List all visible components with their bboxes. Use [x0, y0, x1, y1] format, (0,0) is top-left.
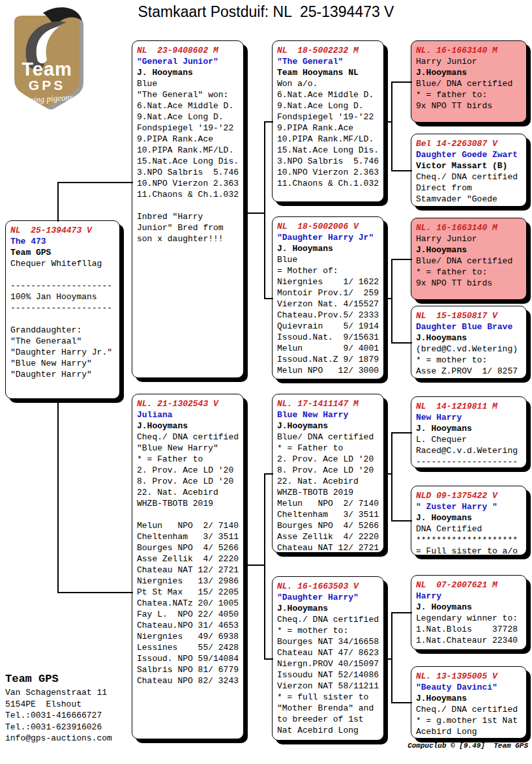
pedigree-text-line: J. Hooymans: [416, 602, 522, 613]
pedigree-text-line: New Harry: [416, 412, 522, 423]
pedigree-text-line: "Mother Brenda" and: [277, 703, 379, 714]
pedigree-text-line: 11.Chaons & Ch.1.032: [137, 189, 239, 200]
pedigree-text-line: --------------------: [10, 302, 115, 314]
pedigree-text-line: Won a/o.: [277, 78, 379, 89]
pedigree-box-ggp-7: NL 07-2007621 MHarryJ. HooymansLegendary…: [411, 575, 527, 650]
pedigree-text-line: Melun NPO 12/ 3000: [277, 365, 379, 376]
pedigree-text-line: Issoud.Nat. 9/15631: [277, 332, 379, 343]
pedigree-text-line: Legendary winner to:: [416, 613, 522, 624]
pedigree-text-line: * = Father to: [277, 443, 379, 454]
pedigree-text-line: 3.NPO Salbris 5.746: [277, 156, 379, 167]
page-title: Stamkaart Postduif: NL 25-1394473 V: [0, 3, 532, 21]
footer-contact-block: Team GPS Van Schagenstraat 115154PE Elsh…: [5, 671, 112, 744]
pedigree-text-line: 15.Nat.Ace Long Dis.: [277, 145, 379, 156]
pedigree-text-line: Nat Acebird Long: [277, 725, 379, 736]
pedigree-page: Team GPS Racing pigeons Stamkaart Postdu…: [0, 0, 532, 764]
ring-number: NL 18-5002232 M: [277, 45, 379, 56]
pedigree-text-line: Cheq./ DNA certified: [137, 432, 239, 443]
pedigree-box-ggp-4: NL 15-1850817 VDaughter Blue BraveJ.Hooy…: [411, 306, 527, 379]
pedigree-connector-line: [264, 121, 265, 299]
pedigree-text-line: Fondspiegel '19-'22: [137, 123, 239, 134]
pedigree-text-line: J.Hooymans: [416, 67, 522, 78]
pedigree-text-line: Cheq./ DNA certified: [416, 704, 522, 715]
pedigree-connector-line: [57, 182, 59, 222]
pedigree-text-line: "Blue New Harry": [137, 443, 239, 454]
pedigree-text-line: Issoud. NPO 59/14084: [137, 653, 239, 664]
pedigree-box-dam-sire: NL. 17-1411147 MBlue New HarryJ.Hooymans…: [272, 394, 384, 553]
pedigree-text-line: Victor Massart (B): [416, 160, 522, 171]
pedigree-connector-line: [391, 702, 412, 703]
pedigree-text-line: Chateau NAT 12/ 2721: [277, 542, 379, 553]
pedigree-text-line: 9.Nat.Ace Long D.: [137, 111, 239, 123]
pedigree-connector-line: [391, 259, 392, 344]
pedigree-connector-line: [57, 592, 133, 593]
pedigree-text-line: Vierzon NAT 58/11211: [277, 681, 379, 692]
pedigree-text-line: * = mother to:: [277, 625, 379, 636]
logo-wordmark-team: Team: [22, 59, 72, 80]
pedigree-text-line: " Zuster Harry ": [416, 501, 522, 512]
ring-number: NL. 16-1663140 M: [416, 222, 522, 233]
pedigree-connector-line: [391, 432, 392, 522]
pedigree-text-line: 2. Prov. Ace LD '20: [137, 465, 239, 476]
pedigree-text-line: Cheltenham 3/ 3511: [277, 509, 379, 520]
pedigree-text-line: "Blue New Harry": [10, 358, 115, 369]
pedigree-text-line: Chateau NPO 82/ 3243: [137, 675, 239, 686]
pedigree-text-line: 1.Nat.Blois 37728: [416, 624, 522, 635]
pedigree-text-line: Acebird Long: [416, 726, 522, 737]
pedigree-text-line: Cheq./ DNA certified: [277, 614, 379, 625]
pedigree-connector-line: [264, 473, 265, 660]
pedigree-text-line: "General Junior": [137, 56, 239, 67]
pedigree-text-line: 6.Nat.Ace Middle D.: [277, 89, 379, 100]
pedigree-text-line: * = g.mother 1st Nat: [416, 715, 522, 726]
pedigree-text-line: Blue/ DNA certified: [416, 256, 522, 267]
ring-number: NL 18-5002006 V: [277, 221, 379, 232]
pedigree-text-line: Stamvader "Goede: [416, 194, 522, 205]
pedigree-text-line: * = father to:: [416, 89, 522, 100]
pedigree-text-line: J.Hooymans: [416, 693, 522, 704]
pedigree-text-line: Issoudu NAT 52/14086: [277, 669, 379, 681]
blank-line: [10, 314, 115, 325]
pedigree-text-line: = Full sister to a/o: [416, 546, 522, 557]
footer-address-line: info@gps-auctions.com: [5, 733, 112, 744]
pedigree-text-line: Cheltenham 3/ 3511: [137, 531, 239, 542]
pedigree-box-sire-sire: NL 18-5002232 M"The General"Team Hooyman…: [272, 40, 384, 202]
blank-line: [137, 200, 239, 211]
pedigree-connector-line: [264, 473, 273, 475]
pedigree-text-line: Niergnies 1/ 1622: [277, 276, 379, 287]
pedigree-box-subject: NL 25-1394473 VThe 473Team GPSChequer Wh…: [5, 220, 120, 399]
pedigree-text-line: Montoir Prov.1/ 259: [277, 287, 379, 299]
pedigree-text-line: Salbris NPO 81/ 6779: [137, 664, 239, 675]
pedigree-box-ggp-2: Bel 14-2263087 VDaughter Goede ZwartVict…: [411, 134, 527, 207]
pedigree-text-line: Vierzon Nat. 4/15527: [277, 299, 379, 310]
pedigree-text-line: Niergnies 13/ 2986: [137, 576, 239, 587]
pedigree-text-line: Fondspiegel '19-'22: [277, 111, 379, 123]
pedigree-text-line: J.Hooymans: [277, 603, 379, 614]
pedigree-text-line: Cheq./ DNA certified: [416, 171, 522, 183]
pedigree-text-line: Harry Junior: [416, 56, 522, 67]
pedigree-text-line: "The Generaal": [10, 336, 115, 347]
pedigree-text-line: 22. Nat. Acebird: [277, 476, 379, 487]
pedigree-text-line: Chateau NAT 47/ 8623: [277, 647, 379, 658]
pedigree-text-line: 10.NPO Vierzon 2.363: [277, 167, 379, 178]
pedigree-text-line: 8. Prov. Ace LD '20: [137, 476, 239, 487]
pedigree-connector-line: [391, 612, 412, 613]
pedigree-box-sire-dam: NL 18-5002006 V"Daughter Harry Jr"J. Hoo…: [272, 216, 384, 379]
pedigree-text-line: Fay L. NPO 22/ 4050: [137, 609, 239, 620]
pedigree-text-line: 10.PIPA Rank.MF/LD.: [277, 134, 379, 145]
pedigree-text-line: J. Hooymans: [277, 243, 379, 254]
pedigree-text-line: ********************: [416, 535, 522, 546]
pedigree-text-line: 9x NPO TT birds: [416, 278, 522, 289]
ring-number: NLD 09-1375422 V: [416, 490, 522, 501]
logo-wordmark-gps: GPS: [29, 78, 65, 93]
footer-heading: Team GPS: [5, 671, 112, 687]
pedigree-text-line: Team GPS: [10, 247, 115, 258]
pedigree-text-line: Chateau.NPO 31/ 4653: [137, 620, 239, 631]
ring-number: Bel 14-2263087 V: [416, 138, 522, 149]
pedigree-connector-line: [57, 182, 133, 183]
pedigree-connector-line: [244, 213, 265, 214]
pedigree-text-line: Blue: [277, 254, 379, 265]
pedigree-connector-line: [244, 565, 265, 566]
pedigree-text-line: 10.PIPA Rank.MF/LD.: [137, 145, 239, 156]
pedigree-box-ggp-5: NL 14-1219811 MNew HarryJ. HooymansL. Ch…: [411, 396, 527, 468]
pedigree-connector-line: [391, 81, 392, 171]
